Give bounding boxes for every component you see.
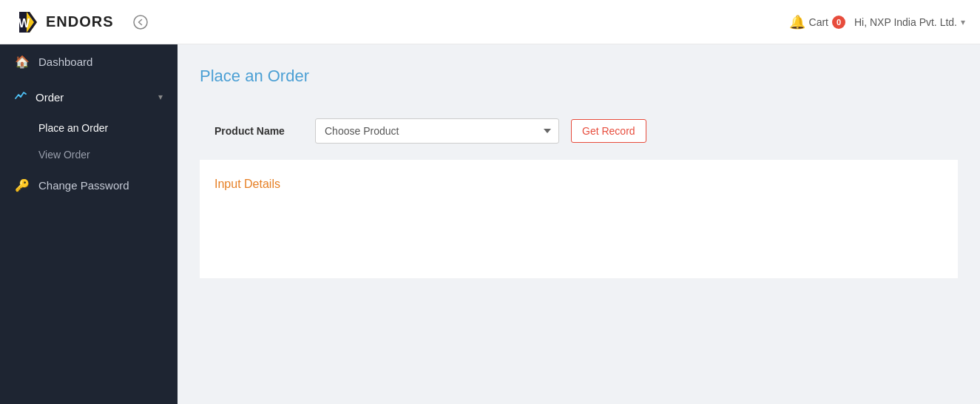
order-icon: [15, 90, 27, 104]
input-details-title: Input Details: [214, 178, 943, 191]
view-order-label: View Order: [38, 149, 90, 161]
bell-icon: 🔔: [789, 14, 805, 30]
user-chevron-icon: ▾: [961, 17, 965, 27]
sidebar-item-dashboard[interactable]: 🏠 Dashboard: [0, 44, 178, 79]
sidebar: 🏠 Dashboard Order ▾ Place an Order View …: [0, 44, 178, 404]
main-content: Place an Order Product Name Choose Produ…: [178, 44, 980, 404]
user-menu[interactable]: Hi, NXP India Pvt. Ltd. ▾: [854, 16, 965, 28]
sidebar-submenu-order: Place an Order View Order: [0, 115, 178, 168]
sidebar-item-order-label: Order: [36, 91, 149, 104]
logo: W ENDORS: [15, 9, 114, 36]
sidebar-item-change-password[interactable]: 🔑 Change Password: [0, 168, 178, 203]
logo-text: ENDORS: [46, 13, 114, 30]
place-order-label: Place an Order: [38, 122, 108, 134]
svg-text:W: W: [18, 17, 30, 30]
sidebar-item-order[interactable]: Order ▾: [0, 79, 178, 115]
cart-badge: 0: [832, 16, 845, 29]
back-button[interactable]: [129, 10, 152, 34]
home-icon: 🏠: [15, 55, 30, 69]
product-label: Product Name: [214, 125, 303, 137]
order-chevron-icon: ▾: [158, 92, 163, 102]
change-password-label: Change Password: [38, 179, 163, 192]
sidebar-sub-item-place-order[interactable]: Place an Order: [0, 115, 178, 141]
sidebar-item-dashboard-label: Dashboard: [38, 55, 163, 68]
cart-area[interactable]: 🔔 Cart 0: [789, 14, 845, 30]
key-icon: 🔑: [15, 178, 30, 192]
form-row: Product Name Choose Product Get Record: [200, 104, 958, 158]
cart-label: Cart: [809, 16, 828, 28]
sidebar-sub-item-view-order[interactable]: View Order: [0, 141, 178, 168]
main-layout: 🏠 Dashboard Order ▾ Place an Order View …: [0, 44, 980, 404]
header-right: 🔔 Cart 0 Hi, NXP India Pvt. Ltd. ▾: [789, 14, 965, 30]
input-details-card: Input Details: [200, 160, 958, 278]
product-select[interactable]: Choose Product: [315, 118, 559, 144]
get-record-button[interactable]: Get Record: [571, 119, 646, 143]
svg-point-4: [134, 16, 147, 29]
logo-icon: W: [15, 9, 41, 36]
app-header: W ENDORS 🔔 Cart 0 Hi, NXP India Pvt. Ltd…: [0, 0, 980, 44]
page-title: Place an Order: [200, 67, 958, 86]
user-label: Hi, NXP India Pvt. Ltd.: [854, 16, 957, 28]
